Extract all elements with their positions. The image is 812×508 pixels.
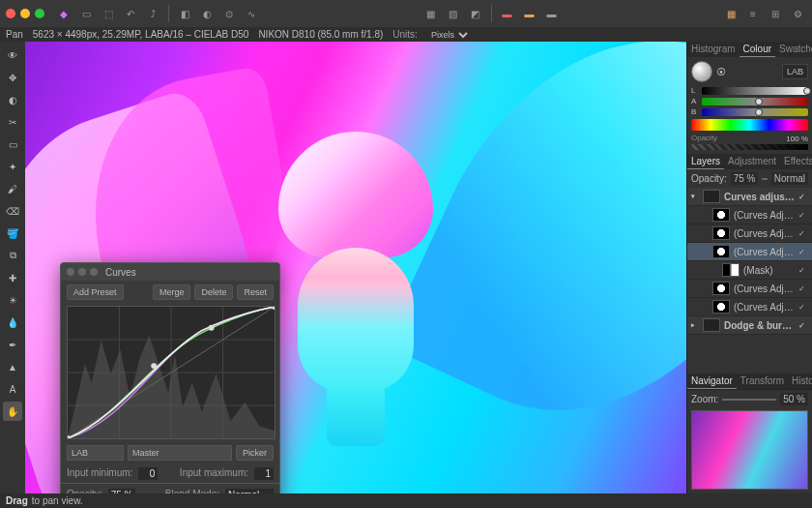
curves-opacity-value[interactable]: 75 % xyxy=(108,489,136,493)
align-icon[interactable]: ≡ xyxy=(744,5,762,22)
canvas-viewport[interactable]: Curves Add Preset Merge Delete Reset xyxy=(25,42,686,493)
panel-header[interactable]: Curves xyxy=(61,263,279,281)
layer-blendmode[interactable]: Normal xyxy=(771,172,808,185)
colour-swatch[interactable] xyxy=(691,61,712,82)
svg-point-10 xyxy=(272,307,275,310)
clone-tool[interactable]: ⧉ xyxy=(3,246,22,265)
layer-item[interactable]: (Curves Adjustm✓ xyxy=(687,206,812,224)
snapping-icon[interactable]: ▬ xyxy=(543,5,561,22)
camera-info: NIKON D810 (85.0 mm f/1.8) xyxy=(258,29,383,40)
layer-group[interactable]: ▾Curves adjustments (Group)✓ xyxy=(687,188,812,206)
zoom-slider[interactable] xyxy=(722,399,776,401)
layer-item[interactable]: (Curves Adjustment)✓ xyxy=(687,280,812,298)
layer-list: ▾Curves adjustments (Group)✓(Curves Adju… xyxy=(687,188,812,374)
merge-button[interactable]: Merge xyxy=(153,284,191,300)
colour-model-select[interactable]: LAB xyxy=(782,64,808,79)
input-max-value[interactable]: 1 xyxy=(254,467,274,480)
tab-history[interactable]: History xyxy=(788,374,812,389)
view-tool[interactable]: 👁 xyxy=(3,45,22,65)
layer-opacity-slider[interactable] xyxy=(762,178,767,180)
opacity-slider[interactable]: 100 % xyxy=(691,144,808,150)
text-tool[interactable]: A xyxy=(3,379,22,399)
layers-tabs: LayersAdjustmentEffectsStylesStock xyxy=(687,154,812,169)
pen-tool[interactable]: ✒ xyxy=(3,335,22,354)
invert-icon[interactable]: ◩ xyxy=(467,5,484,22)
add-preset-button[interactable]: Add Preset xyxy=(67,284,124,300)
reset-button[interactable]: Reset xyxy=(237,284,274,300)
units-label: Units: xyxy=(392,29,418,40)
quickmask-icon[interactable]: ▬ xyxy=(499,5,516,22)
layer-group[interactable]: ▸Dodge & burn (Group)✓ xyxy=(687,316,812,335)
app-logo-icon: ◆ xyxy=(55,5,72,22)
layer-opacity-value[interactable]: 75 % xyxy=(731,172,759,185)
curves-icon[interactable]: ∿ xyxy=(243,5,260,22)
refine-icon[interactable]: ▬ xyxy=(521,5,538,22)
layer-item[interactable]: (Curves Adjustm✓ xyxy=(687,224,812,243)
assistant-icon[interactable]: ⚙ xyxy=(789,5,806,22)
navigator-tabs: NavigatorTransformHistoryChannels xyxy=(687,374,812,389)
history-icon[interactable]: ↶ xyxy=(122,5,139,22)
navigator-panel: Zoom: 50 % xyxy=(687,389,812,493)
adjust-icon[interactable]: ⊙ xyxy=(220,5,238,22)
zoom-value[interactable]: 50 % xyxy=(780,393,808,405)
colour-tabs: HistogramColourSwatchesBrushes xyxy=(687,42,812,57)
picker-button[interactable]: Picker xyxy=(236,445,274,461)
panel-title: Curves xyxy=(105,267,136,278)
tab-navigator[interactable]: Navigator xyxy=(687,374,737,389)
document-icon[interactable]: ▭ xyxy=(77,5,95,22)
layer-item[interactable]: (Mask)✓ xyxy=(687,261,812,280)
dodge-tool[interactable]: ☀ xyxy=(3,290,22,310)
persona-icon[interactable]: ⬚ xyxy=(100,5,117,22)
blur-tool[interactable]: 💧 xyxy=(3,313,22,332)
svg-point-7 xyxy=(68,435,71,438)
colour-slider-A[interactable]: A xyxy=(691,97,808,105)
svg-line-6 xyxy=(68,307,275,438)
heal-tool[interactable]: ✚ xyxy=(3,268,22,287)
context-toolbar: Pan 5623 × 4498px, 25.29MP, LABA/16 – CI… xyxy=(0,27,812,42)
layer-item[interactable]: (Curves Adjustment)✓ xyxy=(687,298,812,316)
minimize-window[interactable] xyxy=(20,9,30,18)
colour-slider-B[interactable]: B xyxy=(691,107,808,116)
erase-tool[interactable]: ⌫ xyxy=(3,201,22,221)
tab-histogram[interactable]: Histogram xyxy=(687,42,740,57)
navigator-preview[interactable] xyxy=(691,410,808,490)
pan-tool[interactable]: ✋ xyxy=(3,402,22,421)
tab-adjustment[interactable]: Adjustment xyxy=(724,154,780,169)
crop-tool[interactable]: ✂ xyxy=(3,112,22,132)
tab-transform[interactable]: Transform xyxy=(737,374,788,389)
arrange-icon[interactable]: ▦ xyxy=(722,5,740,22)
layers-panel: Opacity: 75 % Normal ▾Curves adjustments… xyxy=(687,169,812,374)
insert-icon[interactable]: ⊞ xyxy=(767,5,784,22)
contrast-icon[interactable]: ◐ xyxy=(198,5,216,22)
input-min-value[interactable]: 0 xyxy=(138,467,158,480)
units-select[interactable]: Pixels xyxy=(427,29,471,41)
select-all-icon[interactable]: ▦ xyxy=(422,5,440,22)
maximize-window[interactable] xyxy=(35,9,44,18)
color-picker[interactable]: ◐ xyxy=(3,90,22,109)
brush-tool[interactable]: 🖌 xyxy=(3,179,22,198)
deselect-icon[interactable]: ▨ xyxy=(445,5,462,22)
colour-slider-L[interactable]: L xyxy=(691,86,808,95)
tab-colour[interactable]: Colour xyxy=(740,42,775,57)
close-window[interactable] xyxy=(6,9,15,18)
tab-layers[interactable]: Layers xyxy=(687,154,724,169)
channel-select[interactable]: Master xyxy=(128,445,232,461)
share-icon[interactable]: ⤴ xyxy=(144,5,161,22)
curves-graph[interactable] xyxy=(67,306,276,439)
tab-swatches[interactable]: Swatches xyxy=(775,42,812,57)
selection-tool[interactable]: ▭ xyxy=(3,134,22,154)
layer-item[interactable]: (Curves Adjustment)✓ xyxy=(687,243,812,261)
svg-point-9 xyxy=(209,325,215,331)
flood-select[interactable]: ✦ xyxy=(3,157,22,176)
spectrum-picker[interactable] xyxy=(691,119,808,131)
levels-icon[interactable]: ◧ xyxy=(176,5,193,22)
fill-tool[interactable]: 🪣 xyxy=(3,224,22,243)
eyedropper-icon[interactable]: ⦿ xyxy=(716,67,726,77)
move-tool[interactable]: ✥ xyxy=(3,68,22,87)
app-toolbar: ◆ ▭ ⬚ ↶ ⤴ ◧ ◐ ⊙ ∿ ▦ ▨ ◩ ▬ ▬ ▬ ▦ ≡ ⊞ ⚙ xyxy=(0,0,812,27)
shape-tool[interactable]: ▲ xyxy=(3,357,22,376)
tab-effects[interactable]: Effects xyxy=(780,154,812,169)
curves-blendmode[interactable]: Normal xyxy=(225,489,274,493)
delete-button[interactable]: Delete xyxy=(194,284,233,300)
colorspace-select[interactable]: LAB xyxy=(67,445,124,461)
